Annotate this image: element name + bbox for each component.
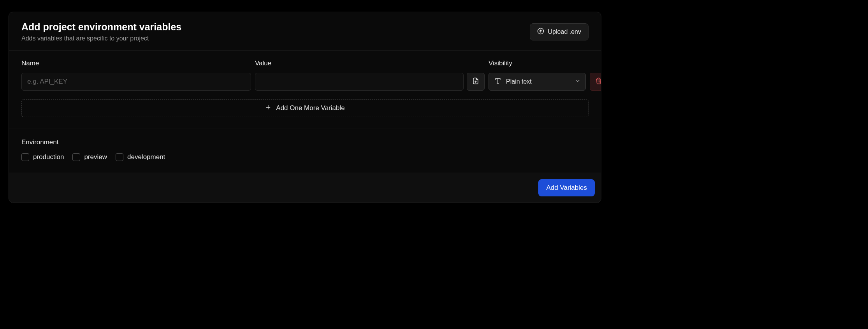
visibility-label: Visibility	[488, 60, 586, 67]
checkbox-label-preview: preview	[84, 153, 107, 161]
environment-section: Environment production preview developme…	[9, 128, 601, 173]
card-header: Add project environment variables Adds v…	[9, 12, 601, 51]
checkbox-box	[72, 153, 80, 161]
card-footer: Add Variables	[9, 173, 601, 203]
env-variables-card: Add project environment variables Adds v…	[9, 12, 601, 203]
upload-icon	[537, 28, 544, 36]
delete-variable-button[interactable]	[590, 73, 601, 91]
file-add-button[interactable]	[467, 73, 485, 91]
text-type-icon	[494, 77, 501, 86]
checkbox-label-production: production	[33, 153, 64, 161]
trash-icon	[595, 77, 601, 86]
plus-icon	[265, 104, 271, 112]
file-plus-icon	[472, 77, 479, 86]
checkbox-preview[interactable]: preview	[72, 153, 107, 161]
checkbox-box	[116, 153, 123, 161]
card-subtitle: Adds variables that are specific to your…	[21, 35, 181, 42]
checkbox-label-development: development	[127, 153, 165, 161]
value-label: Value	[255, 60, 485, 67]
value-input[interactable]	[255, 73, 464, 91]
add-variables-button[interactable]: Add Variables	[538, 179, 595, 196]
card-title: Add project environment variables	[21, 21, 181, 33]
add-row-label: Add One More Variable	[276, 104, 344, 112]
value-field-group: Value	[255, 60, 485, 91]
checkbox-box	[21, 153, 29, 161]
name-input[interactable]	[21, 73, 251, 91]
visibility-selected-text: Plain text	[506, 78, 532, 85]
add-variable-button[interactable]: Add One More Variable	[21, 99, 589, 117]
header-text: Add project environment variables Adds v…	[21, 21, 181, 42]
visibility-select[interactable]: Plain text	[488, 73, 586, 91]
name-label: Name	[21, 60, 251, 67]
delete-field-group	[590, 61, 601, 91]
upload-env-button[interactable]: Upload .env	[530, 23, 589, 40]
visibility-field-group: Visibility Plain text	[488, 60, 586, 91]
upload-label: Upload .env	[548, 28, 581, 35]
checkbox-production[interactable]: production	[21, 153, 64, 161]
name-field-group: Name	[21, 60, 251, 91]
variable-row: Name Value	[21, 60, 589, 91]
card-body: Name Value	[9, 51, 601, 128]
environment-checkbox-row: production preview development	[21, 153, 589, 161]
environment-title: Environment	[21, 138, 589, 146]
chevron-down-icon	[575, 78, 581, 86]
checkbox-development[interactable]: development	[116, 153, 165, 161]
